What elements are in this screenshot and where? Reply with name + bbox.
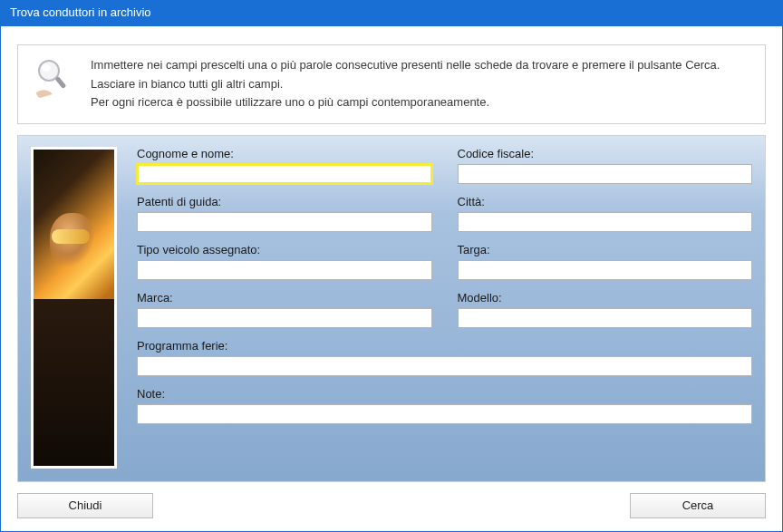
input-cognome-nome[interactable]: [137, 164, 432, 184]
search-button[interactable]: Cerca: [630, 493, 766, 518]
label-modello: Modello:: [458, 291, 753, 305]
label-patenti: Patenti di guida:: [137, 195, 432, 208]
label-marca: Marca:: [137, 291, 432, 305]
info-line-2: Lasciare in bianco tutti gli altri campi…: [91, 75, 720, 93]
input-tipo-veicolo[interactable]: [137, 260, 432, 280]
label-programma-ferie: Programma ferie:: [137, 339, 752, 353]
driver-image: [31, 147, 117, 469]
field-patenti: Patenti di guida:: [137, 195, 432, 232]
svg-point-1: [42, 64, 51, 72]
field-cognome-nome: Cognome e nome:: [137, 147, 432, 184]
close-button[interactable]: Chiudi: [17, 493, 153, 518]
titlebar: Trova conduttori in archivio: [1, 1, 782, 26]
info-line-3: Per ogni ricerca è possibile utilizzare …: [91, 93, 720, 111]
input-note[interactable]: [137, 404, 752, 424]
label-codice-fiscale: Codice fiscale:: [458, 147, 753, 160]
field-modello: Modello:: [458, 291, 753, 328]
magnifier-icon: [31, 56, 74, 100]
input-patenti[interactable]: [137, 212, 432, 232]
content-area: Immettere nei campi prescelti una o più …: [1, 26, 782, 531]
label-citta: Città:: [458, 195, 753, 208]
info-text: Immettere nei campi prescelti una o più …: [91, 56, 720, 112]
fields-area: Cognome e nome: Codice fiscale: Patenti …: [137, 147, 752, 469]
input-programma-ferie[interactable]: [137, 356, 752, 376]
label-note: Note:: [137, 387, 752, 401]
field-programma-ferie: Programma ferie:: [137, 339, 752, 376]
label-cognome-nome: Cognome e nome:: [137, 147, 432, 160]
field-tipo-veicolo: Tipo veicolo assegnato:: [137, 243, 432, 280]
info-box: Immettere nei campi prescelti una o più …: [17, 44, 766, 124]
input-codice-fiscale[interactable]: [458, 164, 753, 184]
field-codice-fiscale: Codice fiscale:: [458, 147, 753, 184]
field-marca: Marca:: [137, 291, 432, 328]
window-title: Trova conduttori in archivio: [10, 5, 151, 19]
input-citta[interactable]: [458, 212, 753, 232]
field-targa: Targa:: [458, 243, 753, 280]
info-line-1: Immettere nei campi prescelti una o più …: [91, 56, 720, 74]
input-targa[interactable]: [458, 260, 753, 280]
input-modello[interactable]: [458, 308, 753, 328]
label-tipo-veicolo: Tipo veicolo assegnato:: [137, 243, 432, 256]
form-panel: Cognome e nome: Codice fiscale: Patenti …: [17, 135, 766, 482]
field-note: Note:: [137, 387, 752, 424]
label-targa: Targa:: [458, 243, 753, 256]
button-row: Chiudi Cerca: [17, 493, 766, 518]
field-citta: Città:: [458, 195, 753, 232]
svg-rect-2: [54, 76, 66, 89]
input-marca[interactable]: [137, 308, 432, 328]
